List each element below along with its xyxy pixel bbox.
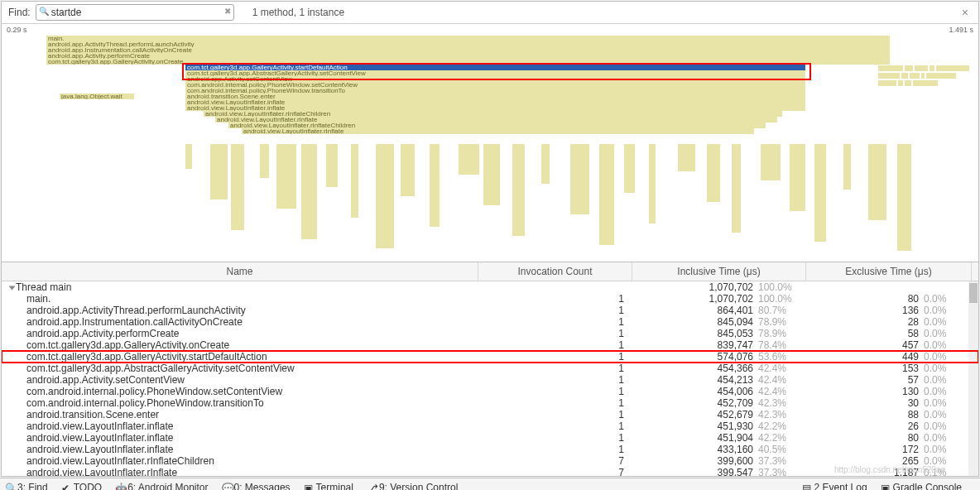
cell-name: android.app.Instrumentation.callActivity…	[2, 316, 478, 328]
find-input[interactable]	[36, 4, 234, 21]
col-name[interactable]: Name	[2, 262, 478, 281]
cell-et: 136	[806, 305, 922, 316]
flame-chart[interactable]: 0.29 s 1.491 s main.android.app.Activity…	[2, 24, 978, 262]
cell-ic: 1	[478, 316, 632, 328]
table-row[interactable]: com.tct.gallery3d.app.AbstractGalleryAct…	[2, 363, 978, 374]
table-row[interactable]: android.view.LayoutInflater.rInflate7399…	[2, 467, 978, 476]
flame-bar[interactable]: android.view.LayoutInflater.rInflate	[215, 117, 778, 122]
cell-ic: 1	[478, 432, 632, 444]
cell-ic: 7	[478, 467, 632, 476]
cell-itp: 37.3%	[757, 467, 806, 476]
table-header: Name Invocation Count Inclusive Time (μs…	[2, 262, 978, 281]
scrollbar[interactable]	[968, 281, 978, 476]
cell-itp: 42.3%	[757, 409, 806, 420]
table-row[interactable]: android.view.LayoutInflater.rInflateChil…	[2, 455, 978, 467]
cell-et: 449	[806, 351, 922, 363]
flame-bar[interactable]: android.app.ActivityThread.performLaunch…	[46, 41, 891, 47]
sb-todo[interactable]: ✔TODO	[61, 482, 102, 491]
flame-bar[interactable]: android.view.LayoutInflater.inflate	[185, 105, 806, 111]
flame-bar[interactable]: com.tct.gallery3d.app.GalleryActivity.st…	[185, 65, 806, 70]
flame-bar[interactable]: main.	[46, 36, 891, 41]
sb-monitor[interactable]: 🤖6: Android Monitor	[115, 482, 208, 491]
flame-bar[interactable]: android.view.LayoutInflater.inflate	[185, 99, 806, 105]
cell-itp: 80.7%	[757, 305, 806, 316]
cell-ic: 1	[478, 351, 632, 363]
cell-itp: 78.9%	[757, 316, 806, 328]
cell-ic: 1	[478, 328, 632, 339]
cell-name: com.android.internal.policy.PhoneWindow.…	[2, 397, 478, 409]
flame-bar[interactable]: android.transition.Scene.enter	[185, 94, 806, 99]
cell-itp: 40.5%	[757, 444, 806, 455]
flame-bar[interactable]: android.app.Activity.performCreate	[46, 53, 891, 59]
timeline-start: 0.29 s	[7, 26, 27, 34]
android-icon: 🤖	[115, 483, 125, 491]
cell-et: 57	[806, 374, 922, 386]
col-invocation[interactable]: Invocation Count	[478, 262, 632, 281]
clear-icon[interactable]: ✖	[224, 7, 231, 16]
table-row[interactable]: com.android.internal.policy.PhoneWindow.…	[2, 386, 978, 397]
cell-ic: 1	[478, 386, 632, 397]
scroll-thumb[interactable]	[969, 283, 978, 303]
col-exclusive[interactable]: Exclusive Time (μs)	[806, 262, 972, 281]
cell-et: 80	[806, 432, 922, 444]
cell-name: android.app.ActivityThread.performLaunch…	[2, 305, 478, 316]
cell-etp: 0.0%	[922, 420, 972, 432]
flame-bar[interactable]: com.tct.gallery3d.app.GalleryActivity.on…	[46, 59, 891, 65]
flame-bar[interactable]: com.tct.gallery3d.app.AbstractGalleryAct…	[185, 70, 806, 76]
flame-bar[interactable]: android.app.Activity.setContentView	[185, 76, 806, 82]
find-input-wrap: 🔍 ✖	[36, 4, 234, 21]
flame-bar[interactable]: com.android.internal.policy.PhoneWindow.…	[185, 88, 806, 94]
cell-etp: 0.0%	[922, 386, 972, 397]
cell-it: 454,006	[632, 386, 757, 397]
table-row[interactable]: android.view.LayoutInflater.inflate1451,…	[2, 432, 978, 444]
table-row[interactable]: android.view.LayoutInflater.inflate1433,…	[2, 444, 978, 455]
search-icon: 🔍	[39, 7, 49, 16]
expand-icon[interactable]	[9, 286, 16, 290]
cell-etp: 0.0%	[922, 374, 972, 386]
cell-etp: 0.0%	[922, 339, 972, 351]
close-icon[interactable]: ×	[958, 6, 972, 19]
sb-messages[interactable]: 💬0: Messages	[222, 482, 291, 491]
cell-it: 845,094	[632, 316, 757, 328]
cell-name: android.transition.Scene.enter	[2, 409, 478, 420]
table-row[interactable]: com.tct.gallery3d.app.GalleryActivity.st…	[2, 351, 978, 363]
flame-bar[interactable]: android.view.LayoutInflater.rInflate	[242, 128, 755, 134]
sb-find[interactable]: 🔍3: Find	[5, 482, 48, 491]
thread-row[interactable]: Thread main 1,070,702 100.0%	[2, 281, 978, 293]
table-row[interactable]: android.app.Activity.setContentView1454,…	[2, 374, 978, 386]
cell-it: 574,076	[632, 351, 757, 363]
flame-bar[interactable]: android.view.LayoutInflater.rInflateChil…	[204, 111, 783, 117]
table-row[interactable]: android.app.ActivityThread.performLaunch…	[2, 305, 978, 316]
sb-vc[interactable]: ⎇9: Version Control	[367, 482, 458, 491]
flame-bar[interactable]: android.view.LayoutInflater.rInflateChil…	[228, 122, 766, 128]
sb-terminal[interactable]: ▣Terminal	[304, 482, 353, 491]
cell-ic: 1	[478, 363, 632, 374]
table-row[interactable]: android.view.LayoutInflater.inflate1451,…	[2, 420, 978, 432]
flame-bar[interactable]: java.lang.Object.wait	[60, 94, 134, 99]
cell-ic: 1	[478, 339, 632, 351]
cell-name: android.view.LayoutInflater.inflate	[2, 420, 478, 432]
cell-ic: 7	[478, 455, 632, 467]
cell-it: 399,547	[632, 467, 757, 476]
cell-et: 26	[806, 420, 922, 432]
cell-et: 172	[806, 444, 922, 455]
cell-name: android.view.LayoutInflater.rInflate	[2, 467, 478, 476]
flame-bar[interactable]: android.app.Instrumentation.callActivity…	[46, 47, 891, 53]
table-row[interactable]: com.tct.gallery3d.app.GalleryActivity.on…	[2, 339, 978, 351]
col-inclusive[interactable]: Inclusive Time (μs)	[632, 262, 806, 281]
cell-it: 454,213	[632, 374, 757, 386]
table-row[interactable]: android.app.Instrumentation.callActivity…	[2, 316, 978, 328]
table-row[interactable]: android.transition.Scene.enter1452,67942…	[2, 409, 978, 420]
sb-eventlog[interactable]: ▤2 Event Log	[802, 482, 867, 491]
flame-bar[interactable]: com.android.internal.policy.PhoneWindow.…	[185, 82, 806, 88]
table-row[interactable]: main.11,070,702100.0%800.0%	[2, 293, 978, 305]
cell-etp: 0.0%	[922, 328, 972, 339]
table-row[interactable]: com.android.internal.policy.PhoneWindow.…	[2, 397, 978, 409]
watermark: http://blog.csdn.net/qian520ao	[834, 465, 945, 474]
cell-et: 58	[806, 328, 922, 339]
cell-name: android.app.Activity.performCreate	[2, 328, 478, 339]
table-row[interactable]: android.app.Activity.performCreate1845,0…	[2, 328, 978, 339]
cell-ic: 1	[478, 293, 632, 305]
sb-gradle[interactable]: ▣Gradle Console	[881, 482, 962, 491]
cell-etp: 0.0%	[922, 293, 972, 305]
